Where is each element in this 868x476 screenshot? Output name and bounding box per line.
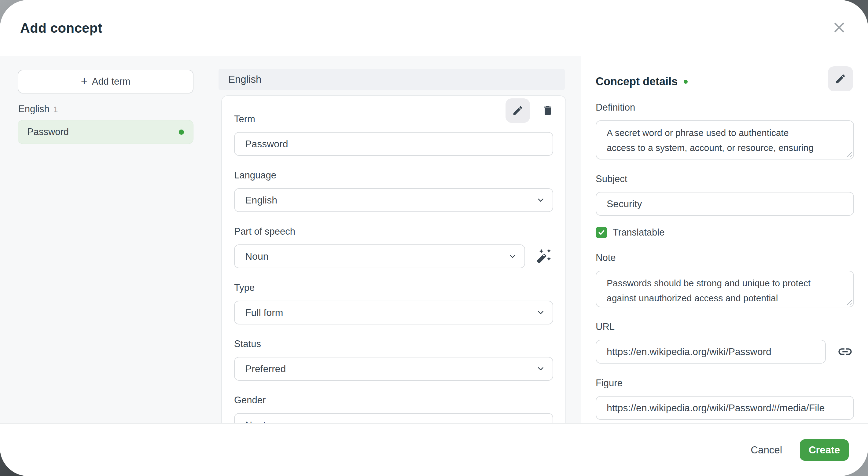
type-select-value: Full form bbox=[245, 307, 283, 318]
concept-details-title: Concept details bbox=[596, 75, 678, 88]
term-item-label: Password bbox=[27, 126, 69, 137]
close-icon[interactable] bbox=[831, 19, 848, 36]
check-icon bbox=[597, 228, 606, 236]
add-term-button[interactable]: + Add term bbox=[18, 70, 193, 94]
gender-select[interactable]: Neuter bbox=[234, 413, 553, 423]
chevron-down-icon bbox=[536, 364, 545, 373]
concept-details-panel: Concept details Definition A secret word… bbox=[581, 56, 868, 423]
url-row bbox=[596, 340, 854, 363]
part-of-speech-select-value: Noun bbox=[245, 251, 269, 262]
delete-term-button[interactable] bbox=[539, 98, 556, 123]
url-input[interactable] bbox=[596, 340, 826, 363]
part-of-speech-row: Noun bbox=[234, 245, 553, 268]
add-term-label: Add term bbox=[92, 76, 130, 87]
term-status-dot bbox=[179, 130, 184, 135]
magic-wand-icon bbox=[535, 248, 552, 264]
cancel-button[interactable]: Cancel bbox=[751, 444, 782, 456]
edit-icon bbox=[835, 73, 846, 85]
definition-textarea[interactable]: A secret word or phrase used to authenti… bbox=[596, 120, 854, 159]
resize-handle-icon[interactable] bbox=[846, 151, 852, 157]
gender-field-label: Gender bbox=[234, 395, 553, 406]
dialog-footer: Cancel Create bbox=[0, 423, 868, 476]
delete-icon bbox=[541, 104, 554, 117]
concept-details-header: Concept details bbox=[596, 75, 854, 88]
type-field-label: Type bbox=[234, 282, 553, 293]
status-select-value: Preferred bbox=[245, 363, 286, 375]
terms-sidebar: + Add term English 1 Password bbox=[0, 56, 217, 423]
gender-select-value: Neuter bbox=[245, 419, 275, 423]
language-field-label: Language bbox=[234, 170, 553, 181]
plus-icon: + bbox=[81, 75, 88, 87]
group-language-label: English bbox=[18, 103, 50, 115]
dialog-body: + Add term English 1 Password English bbox=[0, 56, 868, 423]
language-select-value: English bbox=[245, 195, 277, 206]
dialog-header: Add concept bbox=[0, 0, 868, 56]
edit-icon bbox=[512, 105, 524, 117]
translatable-label: Translatable bbox=[613, 227, 664, 238]
create-button[interactable]: Create bbox=[800, 439, 849, 461]
group-term-count: 1 bbox=[54, 105, 58, 114]
concept-status-dot bbox=[684, 80, 688, 84]
term-editor-column: English Term Language English bbox=[217, 56, 581, 423]
resize-handle-icon[interactable] bbox=[846, 299, 852, 305]
part-of-speech-select[interactable]: Noun bbox=[234, 245, 525, 268]
note-text: Passwords should be strong and unique to… bbox=[607, 276, 843, 307]
status-select[interactable]: Preferred bbox=[234, 357, 553, 381]
term-list-item-password[interactable]: Password bbox=[18, 120, 193, 144]
page-title: Add concept bbox=[20, 21, 102, 36]
chevron-down-icon bbox=[508, 252, 517, 261]
subject-field-label: Subject bbox=[596, 173, 854, 185]
definition-text: A secret word or phrase used to authenti… bbox=[607, 125, 843, 159]
type-select[interactable]: Full form bbox=[234, 300, 553, 324]
edit-concept-details-button[interactable] bbox=[828, 66, 853, 91]
subject-input[interactable] bbox=[596, 192, 854, 216]
url-field-label: URL bbox=[596, 321, 854, 332]
chevron-down-icon bbox=[536, 308, 545, 317]
term-input[interactable] bbox=[234, 132, 553, 156]
term-section-header: English bbox=[219, 69, 565, 90]
language-group-header: English 1 bbox=[18, 103, 193, 115]
note-textarea[interactable]: Passwords should be strong and unique to… bbox=[596, 271, 854, 307]
add-concept-dialog: Add concept + Add term English 1 Passwor… bbox=[0, 0, 868, 476]
language-select[interactable]: English bbox=[234, 188, 553, 212]
translatable-checkbox[interactable] bbox=[596, 227, 607, 238]
term-section-header-label: English bbox=[228, 74, 261, 85]
figure-field-label: Figure bbox=[596, 378, 854, 389]
term-card-actions bbox=[505, 98, 556, 123]
status-field-label: Status bbox=[234, 339, 553, 350]
chevron-down-icon bbox=[536, 420, 545, 423]
link-icon[interactable] bbox=[836, 343, 854, 360]
figure-input[interactable] bbox=[596, 396, 854, 420]
definition-field-label: Definition bbox=[596, 102, 854, 113]
note-field-label: Note bbox=[596, 252, 854, 263]
edit-term-button[interactable] bbox=[505, 98, 530, 123]
chevron-down-icon bbox=[536, 195, 545, 205]
term-card: Term Language English Part of speech Nou… bbox=[221, 95, 566, 423]
part-of-speech-field-label: Part of speech bbox=[234, 226, 553, 237]
translatable-row: Translatable bbox=[596, 227, 854, 238]
magic-wand-button[interactable] bbox=[534, 245, 553, 268]
